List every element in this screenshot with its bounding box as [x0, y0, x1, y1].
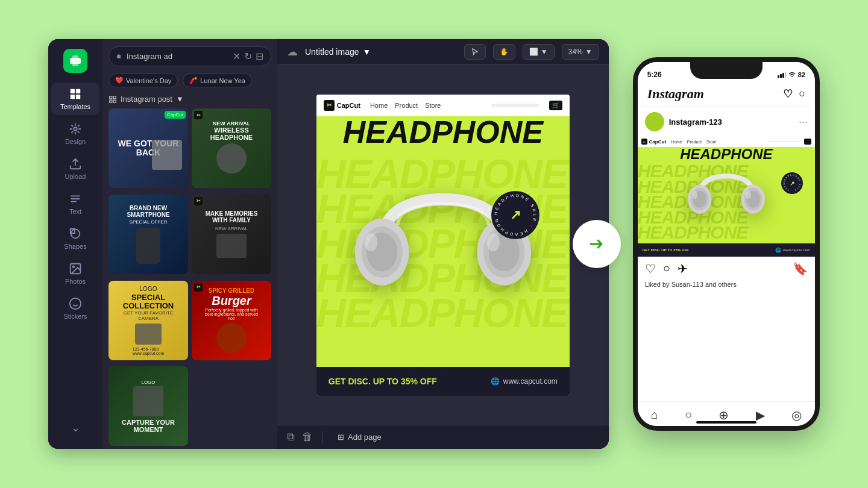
- globe-icon: 🌐: [491, 377, 500, 386]
- capcut-nav: Home Product Store: [370, 102, 441, 109]
- liked-text: Liked by Susan-113 and others: [638, 281, 815, 290]
- home-indicator: [696, 421, 756, 424]
- sidebar-item-templates[interactable]: Templates: [51, 83, 99, 115]
- headphone-image: [347, 143, 539, 338]
- svg-rect-3: [76, 89, 80, 93]
- sidebar-item-photos[interactable]: Photos: [51, 257, 99, 290]
- page-tool-btn[interactable]: ⬜ ▼: [523, 44, 555, 60]
- sale-badge: HEADPHONE SALE · HEADPHONE SALE · ↗: [491, 191, 539, 239]
- cloud-icon: ☁: [287, 45, 298, 58]
- nav-profile-btn[interactable]: ◎: [791, 408, 802, 422]
- search-input[interactable]: [127, 52, 228, 61]
- svg-rect-32: [780, 74, 782, 78]
- category-chevron-icon: ▼: [176, 95, 184, 104]
- phone-mockup: 5:26 82 Instagram: [633, 57, 820, 431]
- svg-rect-16: [110, 96, 112, 98]
- footer-website: 🌐 www.capcut.com: [491, 377, 558, 386]
- ig-post-actions: ♡ ○ ✈ 🔖: [638, 257, 815, 281]
- svg-rect-33: [782, 73, 784, 78]
- sidebar-item-stickers[interactable]: Stickers: [51, 292, 99, 325]
- template-card-1[interactable]: WE GOT YOUR BACK CapCut: [108, 108, 188, 188]
- svg-rect-1: [72, 55, 78, 66]
- canvas-footer: GET DISC. UP TO 35% OFF 🌐 www.capcut.com: [316, 367, 570, 396]
- like-btn[interactable]: ♡: [645, 261, 656, 276]
- sidebar-item-design[interactable]: Design: [51, 117, 99, 150]
- bookmark-btn[interactable]: 🔖: [793, 261, 808, 276]
- svg-point-26: [365, 233, 377, 251]
- duplicate-page-btn[interactable]: ⧉: [287, 431, 295, 443]
- ig-cart-icon: [804, 139, 811, 145]
- status-icons: 82: [778, 70, 805, 79]
- svg-rect-19: [113, 100, 116, 102]
- svg-rect-31: [778, 75, 779, 78]
- svg-rect-2: [71, 89, 75, 93]
- nav-create-btn[interactable]: ⊕: [719, 408, 729, 422]
- svg-point-11: [72, 266, 74, 267]
- tag-row: ❤️ Valentine's Day 🧨 Lunar New Yea: [102, 71, 277, 92]
- zoom-selector[interactable]: 34% ▼: [562, 44, 599, 60]
- template-card-6[interactable]: ✂ SPICY GRILLED Burger Perfectly grilled…: [192, 281, 271, 360]
- svg-rect-18: [110, 100, 112, 102]
- page-tool-chevron: ▼: [541, 48, 548, 56]
- template-card-7[interactable]: LOGO CAPTURE YOURMOMENT: [108, 366, 188, 446]
- capcut-search[interactable]: [491, 104, 539, 107]
- category-row: Instagram post ▼: [102, 92, 277, 108]
- phone-notch: [690, 62, 763, 79]
- template-card-4[interactable]: MAKE MEMORIESWITH FAMILY NEW ARRIVAL ✂: [192, 195, 271, 274]
- canvas-topbar: ☁ Untitled image ▼ ✋ ⬜ ▼ 34% ▼: [277, 39, 609, 65]
- canvas-workspace[interactable]: ✂ CapCut Home Product Store 🛒 HEA: [277, 65, 609, 425]
- share-btn[interactable]: ✈: [678, 261, 688, 276]
- app-logo[interactable]: [63, 49, 87, 73]
- tag-lunar[interactable]: 🧨 Lunar New Yea: [183, 74, 252, 87]
- nav-reels-btn[interactable]: ▶: [756, 408, 765, 422]
- sidebar-item-shapes[interactable]: Shapes: [51, 222, 99, 255]
- design-canvas: ✂ CapCut Home Product Store 🛒 HEA: [316, 95, 570, 396]
- ig-post-image: ✂ CapCut Home Product Store HEADPHONE HE…: [638, 136, 815, 257]
- ig-header-icons: ♡ ○: [783, 87, 805, 101]
- add-page-icon: ⊞: [338, 433, 344, 442]
- templates-panel: ✕ ↻ ⊟ ❤️ Valentine's Day 🧨 Lunar New Yea: [102, 39, 277, 449]
- cart-icon[interactable]: 🛒: [549, 101, 562, 110]
- arrow-connector: [573, 220, 621, 268]
- template-card-3[interactable]: BRAND NEWSMARTPHONESPECIAL OFFER: [108, 195, 188, 274]
- comment-btn[interactable]: ○: [663, 261, 670, 276]
- tag-valentines[interactable]: ❤️ Valentine's Day: [108, 74, 178, 87]
- more-options-btn[interactable]: ···: [799, 116, 808, 128]
- title-chevron-icon[interactable]: ▼: [363, 47, 371, 57]
- heart-icon[interactable]: ♡: [783, 87, 793, 101]
- refresh-icon[interactable]: ↻: [244, 51, 252, 62]
- hand-tool-btn[interactable]: ✋: [493, 44, 515, 60]
- username-text: Instagram-123: [669, 117, 794, 127]
- svg-point-41: [692, 191, 697, 199]
- template-card-5[interactable]: LOGO SPECIALCOLLECTION GET YOUR FAVORITE…: [108, 281, 188, 360]
- svg-point-42: [746, 191, 751, 199]
- signal-icon: [778, 72, 786, 78]
- template-card-2[interactable]: NEW ARRIVAL WIRELESSHEADPHONE ✂: [192, 108, 271, 188]
- instagram-title: Instagram: [647, 86, 704, 102]
- main-container: Templates Design Upload Text Shapes Phot: [48, 27, 820, 461]
- canvas-bottom: ⧉ 🗑 ⊞ Add page: [277, 425, 609, 449]
- filter-icon[interactable]: ⊟: [256, 51, 263, 62]
- select-tool-btn[interactable]: [464, 44, 486, 60]
- svg-rect-34: [785, 72, 786, 78]
- status-time: 5:26: [647, 70, 662, 79]
- add-page-btn[interactable]: ⊞ Add page: [333, 430, 386, 444]
- ig-sale-badge: HEADPHONE SALE · HEADPHONE ↗: [781, 172, 803, 194]
- category-selector[interactable]: Instagram post ▼: [108, 95, 184, 104]
- svg-point-12: [70, 298, 81, 309]
- sidebar-item-text[interactable]: Text: [51, 187, 99, 220]
- message-icon[interactable]: ○: [799, 87, 805, 101]
- sidebar-collapse-btn[interactable]: ⌄: [66, 416, 85, 439]
- svg-rect-5: [76, 95, 80, 99]
- instagram-logo-row: Instagram ♡ ○: [647, 86, 805, 102]
- user-avatar: [645, 112, 664, 131]
- sidebar-item-upload[interactable]: Upload: [51, 152, 99, 185]
- search-icon: [116, 52, 122, 61]
- zoom-chevron-icon: ▼: [585, 48, 593, 56]
- clear-search-btn[interactable]: ✕: [233, 51, 241, 62]
- svg-rect-17: [113, 96, 116, 98]
- nav-search-btn[interactable]: ○: [685, 408, 692, 422]
- delete-page-btn[interactable]: 🗑: [302, 431, 313, 443]
- search-actions: ✕ ↻ ⊟: [233, 51, 263, 62]
- nav-home-btn[interactable]: ⌂: [651, 408, 658, 422]
